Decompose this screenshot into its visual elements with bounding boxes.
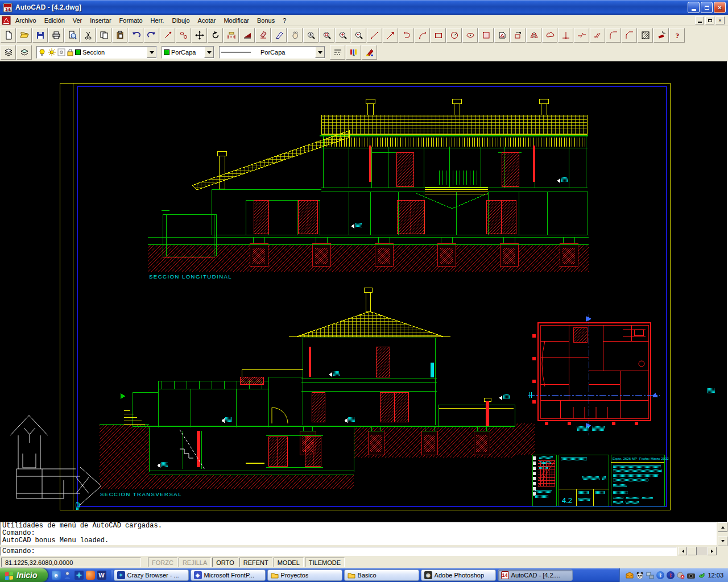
linetype-settings-icon[interactable] [330,45,345,60]
drawing-file-icon[interactable] [1,15,11,26]
properties-brush-icon[interactable] [362,45,377,60]
revision-cloud-icon[interactable] [542,28,557,43]
color-combo[interactable]: PorCapa [162,46,214,59]
pen-icon[interactable] [271,28,287,43]
paste-icon[interactable] [112,28,127,43]
command-input[interactable]: Comando: [0,547,677,556]
bluetooth-icon[interactable]: ᛒ [656,571,664,579]
restore-button[interactable] [701,2,713,13]
match-properties-icon[interactable] [255,28,271,43]
scroll-up-icon[interactable] [718,522,727,532]
distance-icon[interactable] [224,28,239,43]
mail-tray-icon[interactable] [626,571,634,579]
color-combo-arrow[interactable] [204,47,214,58]
explode-icon[interactable] [653,28,669,43]
task-crazy-browser[interactable]: ✦Crazy Browser - ... [114,569,189,581]
linetype-combo[interactable]: PorCapa [219,46,325,59]
drawing-area[interactable]: 4.2 Expte. 2626-MP Fecha: Marzo 2002 SEC… [0,61,728,522]
scroll-right-icon[interactable] [708,547,717,555]
save-icon[interactable] [32,28,48,43]
layer-control-icon[interactable] [16,45,32,60]
menu-edicion[interactable]: Edición [40,16,69,25]
orange-app-icon[interactable] [86,571,95,580]
task-basico[interactable]: Basico [344,569,419,581]
toggle-refent[interactable]: REFENT [239,558,272,567]
print-preview-icon[interactable] [64,28,80,43]
clock[interactable]: 12:03 [708,572,723,579]
internet-explorer-icon[interactable]: e [52,571,61,580]
toggle-orto[interactable]: ORTO [212,558,238,567]
layers-icon[interactable] [1,45,16,60]
polyline-icon[interactable] [399,28,414,43]
command-history[interactable]: Utilidades de menú de AutoCAD cargadas. … [0,522,717,545]
toggle-forzc[interactable]: FORZC [148,558,177,567]
copy-icon[interactable] [96,28,111,43]
menu-modificar[interactable]: Modificar [220,16,253,25]
menu-help[interactable]: ? [279,16,290,25]
close-button[interactable]: × [714,2,726,13]
undo-icon[interactable] [128,28,143,43]
layer-combo[interactable]: Seccion [36,46,157,59]
break-icon[interactable] [574,28,589,43]
scroll-left-icon[interactable] [678,547,687,555]
open-icon[interactable] [16,28,32,43]
minimize-button[interactable] [688,2,700,13]
crazy-browser-icon[interactable] [75,571,84,580]
mdi-minimize-button[interactable] [695,16,704,24]
task-proyectos[interactable]: Proyectos [267,569,342,581]
layer-combo-arrow[interactable] [147,47,156,58]
construction-line-icon[interactable] [383,28,398,43]
rotate-view-icon[interactable] [208,28,223,43]
task-autocad[interactable]: 14AutoCAD - [4.2.... [498,569,573,581]
snap-settings-icon[interactable] [287,28,303,43]
menu-ver[interactable]: Ver [69,16,86,25]
bluetooth-device-icon[interactable]: ᛒ [667,571,675,579]
menu-bonus[interactable]: Bonus [253,16,279,25]
hscroll-thumb[interactable] [688,547,697,555]
pan-icon[interactable] [192,28,207,43]
zoom-realtime-icon[interactable] [303,28,318,43]
line-icon[interactable] [367,28,382,43]
region-icon[interactable] [478,28,494,43]
titlebar[interactable]: 14 AutoCAD - [4.2.dwg] × [0,0,728,15]
mirror-icon[interactable] [526,28,541,43]
zoom-all-icon[interactable] [335,28,350,43]
rotate-icon[interactable] [510,28,526,43]
print-icon[interactable] [48,28,64,43]
toggle-model[interactable]: MODEL [274,558,304,567]
fillet-icon[interactable] [606,28,621,43]
chamfer-icon[interactable] [622,28,637,43]
perpendicular-icon[interactable] [558,28,573,43]
redo-icon[interactable] [144,28,159,43]
zoom-previous-icon[interactable] [351,28,366,43]
command-hscrollbar[interactable] [678,547,717,555]
start-button[interactable]: Inicio [0,568,48,582]
update-icon[interactable] [697,571,705,579]
menu-acotar[interactable]: Acotar [194,16,220,25]
menu-dibujo[interactable]: Dibujo [168,16,193,25]
menu-herramientas[interactable]: Herr. [147,16,168,25]
panda-antivirus-icon[interactable] [636,571,644,579]
mdi-close-button[interactable]: × [715,16,725,24]
arc-icon[interactable] [415,28,430,43]
linetype-combo-arrow[interactable] [315,47,325,58]
new-icon[interactable] [1,28,16,43]
cut-icon[interactable] [80,28,96,43]
menu-formato[interactable]: Formato [115,16,147,25]
aerial-view-icon[interactable] [239,28,255,43]
device-disabled-icon[interactable] [677,571,685,579]
task-frontpage[interactable]: ◈Microsoft FrontP... [191,569,266,581]
toggle-tilemode[interactable]: TILEMODE [305,558,345,567]
toggle-rejilla[interactable]: REJILLA [179,558,211,567]
osnap-icon[interactable] [176,28,191,43]
hatch-icon[interactable] [638,28,653,43]
task-photoshop[interactable]: ◉Adobe Photoshop [421,569,496,581]
hyperlink-icon[interactable] [160,28,175,43]
color-settings-icon[interactable]: A [346,45,361,60]
messenger-icon[interactable] [63,571,72,580]
polygon-icon[interactable] [494,28,510,43]
rectangle-icon[interactable] [431,28,446,43]
camera-icon[interactable] [687,571,695,579]
zoom-window-icon[interactable] [319,28,334,43]
menu-insertar[interactable]: Insertar [86,16,115,25]
